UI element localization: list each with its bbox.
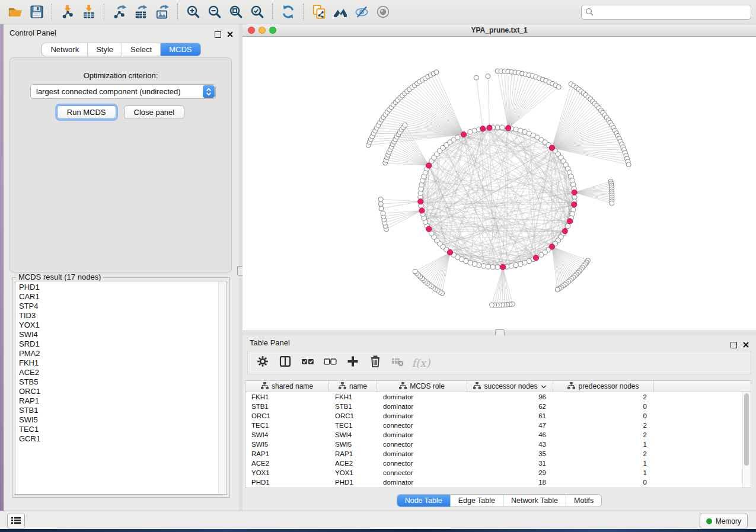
table-row[interactable]: FKH1FKH1dominator962 <box>245 392 751 402</box>
mcds-node-item[interactable]: STP4 <box>19 302 227 311</box>
network-canvas[interactable] <box>243 37 756 331</box>
mcds-node-item[interactable]: TID3 <box>19 311 227 321</box>
mcds-node-item[interactable]: ACE2 <box>19 368 227 377</box>
table-scrollbar[interactable] <box>742 392 751 488</box>
table-cell: STB1 <box>245 402 329 411</box>
column-header-predecessor-nodes[interactable]: predecessor nodes <box>553 381 654 392</box>
neighbors-button[interactable] <box>330 2 351 21</box>
table-row[interactable]: PHD1PHD1dominator180 <box>245 477 751 487</box>
tab-mcds[interactable]: MCDS <box>160 43 200 56</box>
table-cell: dominator <box>377 392 467 402</box>
task-history-button[interactable] <box>7 514 25 528</box>
tab-edge-table[interactable]: Edge Table <box>450 495 503 507</box>
zoom-fit-button[interactable] <box>225 2 247 21</box>
table-panel: Table Panel f(x) shared namenameMCDS rol… <box>243 335 756 511</box>
table-settings-button[interactable] <box>253 353 273 372</box>
table-row[interactable]: STB1STB1dominator620 <box>245 402 751 411</box>
table-delete-icon <box>391 355 405 370</box>
mcds-node-item[interactable]: ORC1 <box>19 387 227 396</box>
tab-network[interactable]: Network <box>42 43 87 56</box>
mcds-node-item[interactable]: SRD1 <box>19 339 227 349</box>
zoom-fit-icon <box>228 4 244 20</box>
table-row[interactable]: YOX1YOX1connector291 <box>245 468 751 477</box>
search-input[interactable] <box>581 5 751 20</box>
table-cell: RAP1 <box>245 449 329 459</box>
select-all-button[interactable] <box>298 353 318 372</box>
zoom-out-button[interactable] <box>204 2 225 21</box>
column-header-name[interactable]: name <box>329 381 377 392</box>
export-image-button[interactable] <box>152 2 173 21</box>
zoom-in-button[interactable] <box>183 2 204 21</box>
mcds-node-item[interactable]: PMA2 <box>19 349 227 358</box>
mcds-node-item[interactable]: STB1 <box>19 406 227 415</box>
tab-node-table[interactable]: Node Table <box>397 495 450 507</box>
deselect-all-button[interactable] <box>320 353 340 372</box>
mcds-node-item[interactable]: PHD1 <box>19 283 227 292</box>
memory-label: Memory <box>716 517 741 525</box>
table-row[interactable]: ORC1ORC1dominator610 <box>245 411 751 421</box>
tab-network-table[interactable]: Network Table <box>503 495 566 507</box>
function-builder-button[interactable]: f(x) <box>410 353 430 372</box>
eye-icon <box>375 4 391 20</box>
trash-icon <box>369 355 382 370</box>
hide-details-button[interactable] <box>351 2 372 21</box>
close-panel-icon[interactable] <box>227 29 233 40</box>
table-cell: STB1 <box>329 402 377 411</box>
main-area: Control Panel NetworkStyleSelectMCDS Opt… <box>0 24 756 511</box>
criterion-select[interactable]: largest connected component (undirected) <box>30 84 216 99</box>
table-cell: ORC1 <box>245 411 329 421</box>
export-network-button[interactable] <box>109 2 130 21</box>
tab-style[interactable]: Style <box>87 43 122 56</box>
export-table-icon <box>133 4 149 20</box>
table-row[interactable]: TEC1TEC1connector472 <box>245 421 751 430</box>
zoom-selected-button[interactable] <box>247 2 268 21</box>
show-columns-button[interactable] <box>275 353 295 372</box>
import-network-button[interactable] <box>57 2 78 21</box>
tab-select[interactable]: Select <box>122 43 160 56</box>
export-table-button[interactable] <box>130 2 152 21</box>
open-file-button[interactable] <box>5 2 26 21</box>
close-panel-button[interactable]: Close panel <box>124 105 185 119</box>
mcds-node-item[interactable]: SWI4 <box>19 330 227 339</box>
close-panel-icon[interactable] <box>743 339 749 350</box>
refresh-layout-button[interactable] <box>277 2 299 21</box>
mcds-node-item[interactable]: STB5 <box>19 377 227 387</box>
mcds-node-item[interactable]: GCR1 <box>19 434 227 444</box>
table-cell: 18 <box>467 477 553 487</box>
new-column-button[interactable] <box>343 353 363 372</box>
float-panel-icon[interactable] <box>731 342 737 348</box>
save-session-button[interactable] <box>26 2 47 21</box>
scrollbar-thumb[interactable] <box>744 393 749 466</box>
delete-table-button[interactable] <box>388 353 408 372</box>
delete-columns-button[interactable] <box>365 353 385 372</box>
table-cell: 35 <box>467 449 553 459</box>
table-row[interactable]: ACE2ACE2connector311 <box>245 459 751 468</box>
column-header-successor-nodes[interactable]: successor nodes <box>467 381 553 392</box>
list-scrollbar[interactable] <box>218 281 227 494</box>
mcds-node-item[interactable]: SWI5 <box>19 415 227 425</box>
memory-button[interactable]: Memory <box>700 514 748 528</box>
table-cell: PHD1 <box>329 477 377 487</box>
import-table-button[interactable] <box>78 2 100 21</box>
mcds-node-item[interactable]: RAP1 <box>19 396 227 406</box>
table-cell: 2 <box>553 421 654 430</box>
run-mcds-button[interactable]: Run MCDS <box>57 105 116 119</box>
table-cell: 96 <box>467 392 553 402</box>
table-row[interactable]: SWI5SWI5connector431 <box>245 440 751 449</box>
import-table-icon <box>81 4 97 20</box>
mcds-result-list[interactable]: PHD1CAR1STP4TID3YOX1SWI4SRD1PMA2FKH1ACE2… <box>15 281 227 495</box>
mcds-node-item[interactable]: YOX1 <box>19 321 227 330</box>
column-header-MCDS-role[interactable]: MCDS role <box>377 381 467 392</box>
mcds-node-item[interactable]: CAR1 <box>19 292 227 302</box>
show-details-button[interactable] <box>372 2 394 21</box>
table-row[interactable]: SWI4SWI4dominator462 <box>245 430 751 440</box>
table-panel-title: Table Panel <box>250 338 290 347</box>
mcds-node-item[interactable]: FKH1 <box>19 358 227 368</box>
table-row[interactable]: RAP1RAP1dominator352 <box>245 449 751 459</box>
mcds-node-item[interactable]: TEC1 <box>19 425 227 434</box>
clone-network-button[interactable] <box>308 2 330 21</box>
column-header-shared-name[interactable]: shared name <box>245 381 329 392</box>
tab-motifs[interactable]: Motifs <box>566 495 601 507</box>
float-panel-icon[interactable] <box>215 31 221 38</box>
table-cell: 1 <box>553 440 654 449</box>
